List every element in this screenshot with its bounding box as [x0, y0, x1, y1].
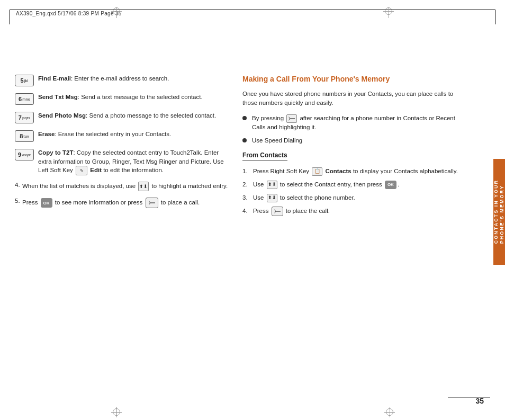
step-2-label: 2. — [242, 180, 253, 189]
send-photo-text: Send Photo Msg: Send a photo message to … — [38, 111, 216, 120]
copy-t2t-text: Copy to T2T: Copy the selected contact e… — [38, 148, 232, 175]
edit-icon: ✎ — [76, 166, 87, 175]
numbered-step-1: 1. Press Right Soft Key 📋 Contacts to di… — [242, 167, 469, 176]
right-column: Making a Call From Your Phone's Memory O… — [242, 32, 495, 394]
step-5: 5. Press OK to see more information or p… — [15, 198, 232, 208]
ok-icon-2: OK — [385, 181, 396, 189]
bullet-text-2: Use Speed Dialing — [252, 136, 302, 145]
menu-item-erase: 8 tuv Erase: Erase the selected entry in… — [15, 130, 232, 142]
corner-mark-tl — [111, 7, 122, 18]
bullet-dot-1 — [242, 116, 247, 120]
step-5-text: Press OK to see more information or pres… — [22, 198, 200, 208]
side-tab: CONTACTS IN YOURPHONE'S MEMORY — [493, 159, 505, 265]
nav-ud-icon: ⬆⬇ — [138, 182, 149, 191]
page-header: AX390_Eng.qxd 5/17/06 8:39 PM Page 35 — [16, 11, 122, 16]
send-button-icon — [146, 198, 158, 208]
erase-text: Erase: Erase the selected entry in your … — [38, 130, 171, 139]
from-contacts-section: From Contacts 1. Press Right Soft Key 📋 … — [242, 151, 469, 216]
intro-text: Once you have stored phone numbers in yo… — [242, 90, 469, 108]
side-tab-text: CONTACTS IN YOURPHONE'S MEMORY — [493, 180, 505, 244]
step-5-num: 5. — [15, 198, 22, 204]
bullet-item-2: Use Speed Dialing — [242, 136, 469, 145]
step-4-text: Press to place the call. — [253, 207, 330, 216]
left-column: 5 jkl Find E-mail: Enter the e-mail addr… — [15, 32, 242, 394]
contacts-icon-1: 📋 — [312, 167, 322, 176]
bullet-dot-2 — [242, 138, 247, 142]
numbered-step-2: 2. Use ⬆⬇ to select the Contact entry, t… — [242, 180, 469, 189]
corner-mark-tr — [383, 7, 394, 18]
step-2-text: Use ⬆⬇ to select the Contact entry, then… — [253, 180, 399, 189]
numbered-step-3: 3. Use ⬆⬇ to select the phone number. — [242, 193, 469, 202]
numbered-steps: 1. Press Right Soft Key 📋 Contacts to di… — [242, 167, 469, 216]
step-1-text: Press Right Soft Key 📋 Contacts to displ… — [253, 167, 458, 176]
nav-ud-icon-2: ⬆⬇ — [267, 181, 277, 189]
step-3-label: 3. — [242, 193, 253, 202]
call-icon-1 — [286, 114, 297, 123]
bullet-item-1: By pressing after searching for a phone … — [242, 114, 469, 132]
find-email-text: Find E-mail: Enter the e-mail address to… — [38, 74, 169, 83]
step-3-text: Use ⬆⬇ to select the phone number. — [253, 193, 355, 202]
key-6-icon: 6 mno — [15, 93, 34, 105]
main-content: 5 jkl Find E-mail: Enter the e-mail addr… — [15, 32, 495, 394]
bullet-text-1: By pressing after searching for a phone … — [252, 114, 469, 132]
section-title: Making a Call From Your Phone's Memory — [242, 74, 469, 84]
bottom-divider — [448, 397, 490, 398]
step-4-label: 4. — [242, 207, 253, 216]
key-9-icon: 9 wxyz — [15, 149, 34, 160]
numbered-step-4: 4. Press to place the call. — [242, 207, 469, 216]
bullet-list: By pressing after searching for a phone … — [242, 114, 469, 145]
page-number: 35 — [475, 397, 484, 405]
call-icon-4 — [272, 207, 283, 216]
key-8-icon: 8 tuv — [15, 130, 34, 142]
menu-item-send-photo: 7 pqrs Send Photo Msg: Send a photo mess… — [15, 111, 232, 123]
step-1-label: 1. — [242, 167, 253, 176]
send-txt-text: Send Txt Msg: Send a text message to the… — [38, 93, 203, 102]
key-7-icon: 7 pqrs — [15, 112, 34, 123]
menu-item-copy-t2t: 9 wxyz Copy to T2T: Copy the selected co… — [15, 148, 232, 175]
ok-button-icon: OK — [41, 198, 52, 208]
step-4-num: 4. — [15, 182, 22, 188]
nav-ud-icon-3: ⬆⬇ — [267, 194, 277, 202]
step-4: 4. When the list of matches is displayed… — [15, 182, 232, 191]
key-5-icon: 5 jkl — [15, 75, 34, 86]
step-4-text: When the list of matches is displayed, u… — [22, 182, 228, 191]
menu-item-find-email: 5 jkl Find E-mail: Enter the e-mail addr… — [15, 74, 232, 86]
from-contacts-title: From Contacts — [242, 151, 287, 160]
menu-item-send-txt: 6 mno Send Txt Msg: Send a text message … — [15, 93, 232, 105]
